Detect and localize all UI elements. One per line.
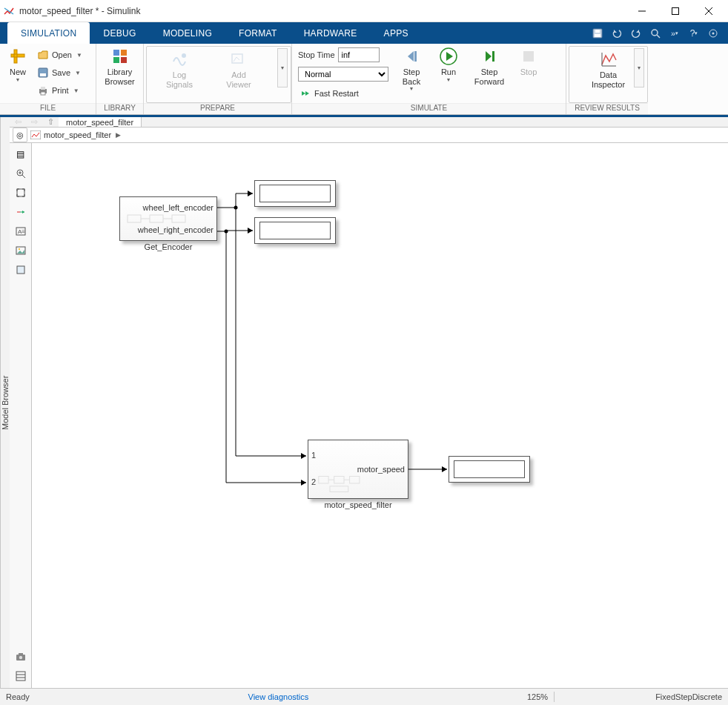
redo-icon[interactable] <box>627 25 645 42</box>
sample-time-icon[interactable] <box>13 204 29 220</box>
model-browser-tab[interactable]: Model Browser <box>0 117 10 688</box>
fast-restart-icon <box>300 87 311 99</box>
svg-rect-62 <box>128 215 141 222</box>
status-ready: Ready <box>6 692 30 701</box>
hide-palette-icon[interactable]: ▤ <box>13 146 29 162</box>
minimize-button[interactable] <box>625 0 658 21</box>
tab-modeling[interactable]: MODELING <box>150 22 225 44</box>
run-button[interactable]: Run▼ <box>431 45 466 83</box>
save-small-icon <box>37 67 49 79</box>
block-scope-1[interactable] <box>254 180 336 207</box>
add-viewer-button[interactable]: Add Viewer <box>209 48 268 89</box>
screenshot-icon[interactable] <box>13 649 29 665</box>
expand-toolstrip-icon[interactable]: »▾ <box>666 25 684 42</box>
undo-icon[interactable] <box>608 25 626 42</box>
step-back-icon <box>403 47 420 65</box>
step-forward-button[interactable]: Step Forward <box>469 45 510 86</box>
svg-point-51 <box>19 656 21 659</box>
fast-restart-button[interactable]: Fast Restart <box>297 85 390 102</box>
image-icon[interactable] <box>13 242 29 259</box>
tab-hardware[interactable]: HARDWARE <box>291 22 371 44</box>
print-button[interactable]: Print▼ <box>34 82 85 99</box>
tab-debug[interactable]: DEBUG <box>90 22 149 44</box>
svg-point-47 <box>19 248 20 250</box>
model-tab[interactable]: motor_speed_filter <box>59 117 142 127</box>
new-button[interactable]: New ▼ <box>3 45 33 83</box>
svg-line-28 <box>236 57 239 60</box>
svg-marker-59 <box>301 453 306 459</box>
sim-mode-select[interactable]: Normal <box>298 67 388 82</box>
svg-rect-65 <box>172 215 185 222</box>
tab-format[interactable]: FORMAT <box>225 22 291 44</box>
svg-rect-13 <box>11 54 24 57</box>
main-area: Model Browser ⇦ ⇨ ⇧ motor_speed_filter ⌨… <box>0 115 728 688</box>
run-icon <box>440 47 457 65</box>
help-icon[interactable]: ?▾ <box>685 25 703 42</box>
svg-rect-48 <box>17 266 24 274</box>
stop-button[interactable]: Stop <box>513 45 544 77</box>
tab-simulation[interactable]: SIMULATION <box>7 22 90 44</box>
svg-rect-24 <box>121 57 127 63</box>
group-file-label: FILE <box>0 103 96 114</box>
save-icon[interactable] <box>589 25 606 42</box>
editor-tabs: ⇦ ⇨ ⇧ motor_speed_filter ⌨ <box>10 117 728 128</box>
svg-rect-31 <box>492 51 494 62</box>
svg-rect-7 <box>595 30 600 33</box>
target-icon[interactable] <box>704 25 722 42</box>
step-forward-icon <box>480 47 498 65</box>
breadcrumb-model-icon <box>30 130 41 139</box>
nav-forward-icon[interactable]: ⇨ <box>26 117 42 127</box>
svg-line-37 <box>22 175 25 178</box>
block-scope-3[interactable] <box>449 456 530 483</box>
review-gallery-dropdown[interactable]: ▾ <box>634 48 644 87</box>
library-browser-button[interactable]: Library Browser <box>99 45 140 86</box>
canvas[interactable]: wheel_left_encoder wheel_right_encoder G… <box>32 143 728 705</box>
save-button[interactable]: Save▼ <box>34 64 85 81</box>
svg-rect-17 <box>40 73 46 76</box>
block-get-encoder[interactable]: wheel_left_encoder wheel_right_encoder G… <box>119 196 217 251</box>
fit-to-view-button[interactable]: ◎ <box>13 128 27 142</box>
model-properties-icon[interactable] <box>13 668 29 684</box>
svg-text:A≡: A≡ <box>18 228 25 235</box>
log-signals-button[interactable]: Log Signals <box>150 48 209 89</box>
area-icon[interactable] <box>13 262 29 278</box>
open-icon <box>37 49 49 61</box>
block-scope-2[interactable] <box>254 217 336 244</box>
svg-marker-43 <box>22 211 24 214</box>
close-button[interactable] <box>692 0 725 21</box>
breadcrumb-root[interactable]: motor_speed_filter <box>44 130 111 139</box>
fit-icon[interactable] <box>13 185 29 201</box>
svg-rect-35 <box>30 130 41 139</box>
quick-access-toolbar: »▾ ?▾ <box>589 22 728 44</box>
nav-back-icon[interactable]: ⇦ <box>10 117 26 127</box>
group-library: Library Browser LIBRARY <box>96 44 144 114</box>
group-file: New ▼ Open▼ Save▼ Print▼ FILE <box>0 44 96 114</box>
open-button[interactable]: Open▼ <box>34 47 85 63</box>
step-back-button[interactable]: Step Back▼ <box>394 45 428 92</box>
zoom-level[interactable]: 125% <box>527 692 548 701</box>
svg-point-55 <box>234 206 238 210</box>
prepare-gallery-dropdown[interactable]: ▾ <box>277 48 288 87</box>
svg-rect-23 <box>113 57 119 63</box>
add-viewer-icon <box>230 50 248 68</box>
tab-apps[interactable]: APPS <box>371 22 422 44</box>
search-icon[interactable] <box>646 25 664 42</box>
stoptime-label: Stop Time <box>298 50 335 59</box>
svg-rect-69 <box>350 477 360 484</box>
annotation-icon[interactable]: A≡ <box>13 223 29 239</box>
maximize-button[interactable] <box>658 0 692 21</box>
view-diagnostics-link[interactable]: View diagnostics <box>248 692 309 701</box>
chevron-right-icon: ▶ <box>116 131 121 139</box>
svg-rect-52 <box>16 672 25 681</box>
svg-rect-32 <box>523 51 534 62</box>
stoptime-input[interactable] <box>338 47 380 62</box>
svg-rect-72 <box>330 486 348 492</box>
svg-rect-26 <box>232 54 242 63</box>
data-inspector-button[interactable]: Data Inspector <box>582 48 635 89</box>
svg-rect-67 <box>319 477 328 484</box>
nav-up-icon[interactable]: ⇧ <box>42 117 59 127</box>
block-motor-speed-filter[interactable]: 1 2 motor_speed motor_speed_filter <box>308 440 408 509</box>
zoom-in-icon[interactable] <box>13 165 29 182</box>
svg-rect-29 <box>414 51 417 62</box>
solver-info[interactable]: FixedStepDiscrete <box>655 692 722 701</box>
